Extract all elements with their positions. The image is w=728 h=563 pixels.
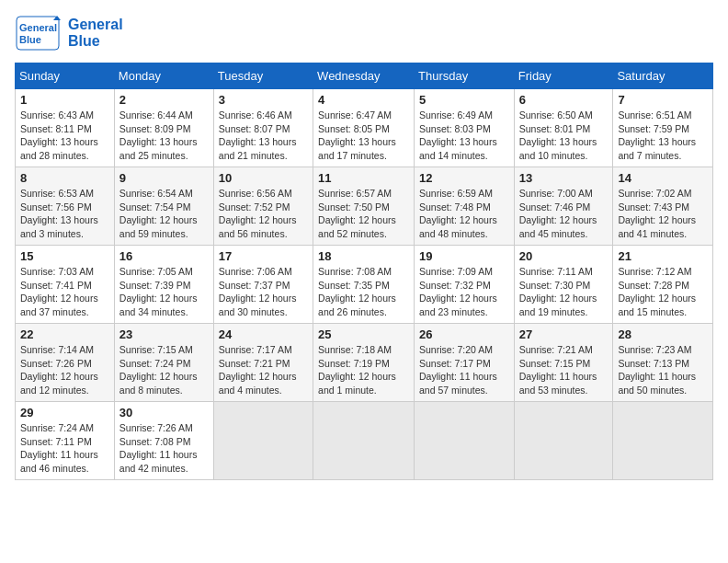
day-number: 24 xyxy=(219,327,308,341)
day-cell: 6Sunrise: 6:50 AM Sunset: 8:01 PM Daylig… xyxy=(514,89,613,167)
day-cell: 24Sunrise: 7:17 AM Sunset: 7:21 PM Dayli… xyxy=(213,324,313,402)
day-info: Sunrise: 7:03 AM Sunset: 7:41 PM Dayligh… xyxy=(20,265,109,319)
day-cell: 25Sunrise: 7:18 AM Sunset: 7:19 PM Dayli… xyxy=(313,324,415,402)
day-cell: 10Sunrise: 6:56 AM Sunset: 7:52 PM Dayli… xyxy=(213,167,313,246)
day-cell: 19Sunrise: 7:09 AM Sunset: 7:32 PM Dayli… xyxy=(415,246,515,324)
day-number: 20 xyxy=(519,249,609,263)
col-header-sunday: Sunday xyxy=(16,63,115,89)
day-cell xyxy=(213,402,313,480)
day-number: 9 xyxy=(119,171,209,185)
day-cell: 29Sunrise: 7:24 AM Sunset: 7:11 PM Dayli… xyxy=(16,402,115,480)
day-info: Sunrise: 6:56 AM Sunset: 7:52 PM Dayligh… xyxy=(219,187,308,241)
day-cell: 18Sunrise: 7:08 AM Sunset: 7:35 PM Dayli… xyxy=(313,246,415,324)
day-number: 27 xyxy=(519,327,609,341)
logo-blue-text: Blue xyxy=(68,33,123,50)
week-row-2: 8Sunrise: 6:53 AM Sunset: 7:56 PM Daylig… xyxy=(16,167,713,246)
day-cell xyxy=(514,402,613,480)
svg-text:Blue: Blue xyxy=(19,34,41,45)
col-header-friday: Friday xyxy=(514,63,613,89)
day-cell: 4Sunrise: 6:47 AM Sunset: 8:05 PM Daylig… xyxy=(313,89,415,167)
day-number: 3 xyxy=(219,93,308,107)
day-number: 18 xyxy=(318,249,409,263)
day-info: Sunrise: 7:08 AM Sunset: 7:35 PM Dayligh… xyxy=(318,265,409,319)
day-info: Sunrise: 7:23 AM Sunset: 7:13 PM Dayligh… xyxy=(618,343,708,397)
day-info: Sunrise: 7:09 AM Sunset: 7:32 PM Dayligh… xyxy=(419,265,509,319)
day-number: 8 xyxy=(20,171,109,185)
day-info: Sunrise: 7:15 AM Sunset: 7:24 PM Dayligh… xyxy=(119,343,209,397)
day-number: 17 xyxy=(219,249,308,263)
col-header-monday: Monday xyxy=(114,63,213,89)
header-row: SundayMondayTuesdayWednesdayThursdayFrid… xyxy=(16,63,713,89)
day-cell: 17Sunrise: 7:06 AM Sunset: 7:37 PM Dayli… xyxy=(213,246,313,324)
day-cell: 12Sunrise: 6:59 AM Sunset: 7:48 PM Dayli… xyxy=(415,167,515,246)
day-number: 13 xyxy=(519,171,609,185)
day-info: Sunrise: 7:26 AM Sunset: 7:08 PM Dayligh… xyxy=(119,421,209,476)
day-number: 11 xyxy=(318,171,409,185)
day-cell: 5Sunrise: 6:49 AM Sunset: 8:03 PM Daylig… xyxy=(415,89,515,167)
day-number: 26 xyxy=(419,327,509,341)
day-info: Sunrise: 6:54 AM Sunset: 7:54 PM Dayligh… xyxy=(119,187,209,241)
day-cell: 22Sunrise: 7:14 AM Sunset: 7:26 PM Dayli… xyxy=(16,324,115,402)
day-info: Sunrise: 7:17 AM Sunset: 7:21 PM Dayligh… xyxy=(219,343,308,397)
day-number: 21 xyxy=(618,249,708,263)
day-info: Sunrise: 7:06 AM Sunset: 7:37 PM Dayligh… xyxy=(219,265,308,319)
day-number: 7 xyxy=(618,93,708,107)
day-info: Sunrise: 6:57 AM Sunset: 7:50 PM Dayligh… xyxy=(318,187,409,241)
day-cell: 30Sunrise: 7:26 AM Sunset: 7:08 PM Dayli… xyxy=(114,402,213,480)
logo-general-text: General xyxy=(68,17,123,33)
day-cell: 7Sunrise: 6:51 AM Sunset: 7:59 PM Daylig… xyxy=(613,89,713,167)
day-info: Sunrise: 6:51 AM Sunset: 7:59 PM Dayligh… xyxy=(618,109,708,163)
day-number: 4 xyxy=(318,93,409,107)
day-number: 22 xyxy=(20,327,109,341)
day-cell: 11Sunrise: 6:57 AM Sunset: 7:50 PM Dayli… xyxy=(313,167,415,246)
day-number: 12 xyxy=(419,171,509,185)
week-row-1: 1Sunrise: 6:43 AM Sunset: 8:11 PM Daylig… xyxy=(16,89,713,167)
day-cell: 1Sunrise: 6:43 AM Sunset: 8:11 PM Daylig… xyxy=(16,89,115,167)
day-info: Sunrise: 6:59 AM Sunset: 7:48 PM Dayligh… xyxy=(419,187,509,241)
day-info: Sunrise: 7:12 AM Sunset: 7:28 PM Dayligh… xyxy=(618,265,708,319)
day-info: Sunrise: 7:02 AM Sunset: 7:43 PM Dayligh… xyxy=(618,187,708,241)
day-info: Sunrise: 6:46 AM Sunset: 8:07 PM Dayligh… xyxy=(219,109,308,163)
day-info: Sunrise: 7:05 AM Sunset: 7:39 PM Dayligh… xyxy=(119,265,209,319)
day-cell xyxy=(415,402,515,480)
day-number: 14 xyxy=(618,171,708,185)
col-header-wednesday: Wednesday xyxy=(313,63,415,89)
day-info: Sunrise: 6:53 AM Sunset: 7:56 PM Dayligh… xyxy=(20,187,109,241)
day-cell: 27Sunrise: 7:21 AM Sunset: 7:15 PM Dayli… xyxy=(514,324,613,402)
day-number: 15 xyxy=(20,249,109,263)
day-number: 23 xyxy=(119,327,209,341)
day-info: Sunrise: 7:21 AM Sunset: 7:15 PM Dayligh… xyxy=(519,343,609,397)
day-cell: 16Sunrise: 7:05 AM Sunset: 7:39 PM Dayli… xyxy=(114,246,213,324)
day-info: Sunrise: 6:44 AM Sunset: 8:09 PM Dayligh… xyxy=(119,109,209,163)
day-number: 10 xyxy=(219,171,308,185)
day-cell: 9Sunrise: 6:54 AM Sunset: 7:54 PM Daylig… xyxy=(114,167,213,246)
day-number: 30 xyxy=(119,406,209,419)
day-cell: 2Sunrise: 6:44 AM Sunset: 8:09 PM Daylig… xyxy=(114,89,213,167)
day-number: 6 xyxy=(519,93,609,107)
calendar-table: SundayMondayTuesdayWednesdayThursdayFrid… xyxy=(15,63,713,480)
day-number: 2 xyxy=(119,93,209,107)
logo: General Blue General Blue xyxy=(15,15,123,52)
col-header-saturday: Saturday xyxy=(613,63,713,89)
day-info: Sunrise: 7:11 AM Sunset: 7:30 PM Dayligh… xyxy=(519,265,609,319)
day-info: Sunrise: 6:43 AM Sunset: 8:11 PM Dayligh… xyxy=(20,109,109,163)
day-info: Sunrise: 7:14 AM Sunset: 7:26 PM Dayligh… xyxy=(20,343,109,397)
day-info: Sunrise: 7:24 AM Sunset: 7:11 PM Dayligh… xyxy=(20,421,109,476)
day-cell xyxy=(313,402,415,480)
page-header: General Blue General Blue xyxy=(15,15,713,52)
day-cell: 8Sunrise: 6:53 AM Sunset: 7:56 PM Daylig… xyxy=(16,167,115,246)
svg-text:General: General xyxy=(19,22,57,33)
day-cell: 20Sunrise: 7:11 AM Sunset: 7:30 PM Dayli… xyxy=(514,246,613,324)
day-info: Sunrise: 7:20 AM Sunset: 7:17 PM Dayligh… xyxy=(419,343,509,397)
day-info: Sunrise: 6:47 AM Sunset: 8:05 PM Dayligh… xyxy=(318,109,409,163)
day-cell: 14Sunrise: 7:02 AM Sunset: 7:43 PM Dayli… xyxy=(613,167,713,246)
day-cell: 15Sunrise: 7:03 AM Sunset: 7:41 PM Dayli… xyxy=(16,246,115,324)
day-number: 25 xyxy=(318,327,409,341)
col-header-tuesday: Tuesday xyxy=(213,63,313,89)
day-number: 19 xyxy=(419,249,509,263)
day-cell: 26Sunrise: 7:20 AM Sunset: 7:17 PM Dayli… xyxy=(415,324,515,402)
day-number: 28 xyxy=(618,327,708,341)
week-row-4: 22Sunrise: 7:14 AM Sunset: 7:26 PM Dayli… xyxy=(16,324,713,402)
day-info: Sunrise: 7:00 AM Sunset: 7:46 PM Dayligh… xyxy=(519,187,609,241)
week-row-3: 15Sunrise: 7:03 AM Sunset: 7:41 PM Dayli… xyxy=(16,246,713,324)
